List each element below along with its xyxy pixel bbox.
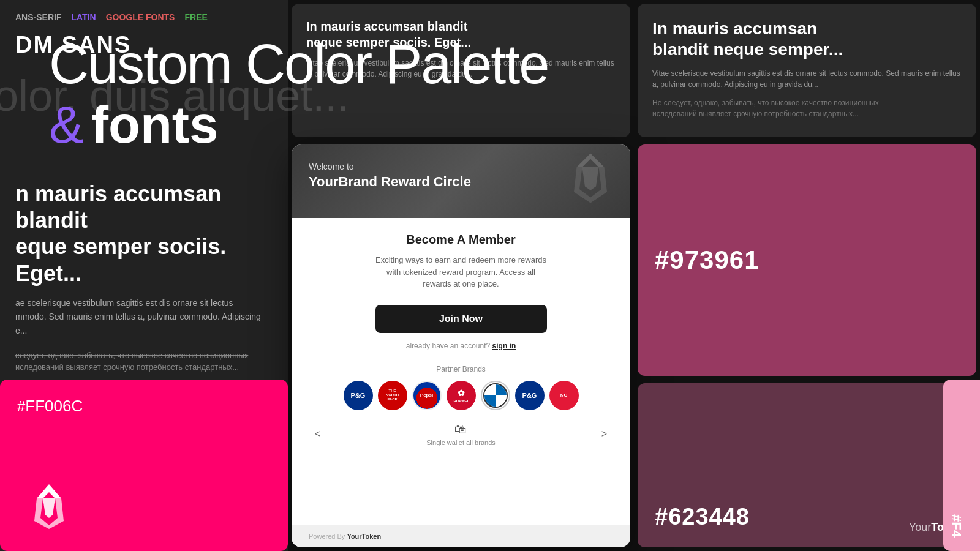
partner-tnf: THENORTHFACE <box>378 381 407 410</box>
font-body: ae scelerisque vestibulum sagittis est d… <box>15 296 273 337</box>
wallet-icon: 🛍 <box>454 422 467 437</box>
tag-google: GOOGLE FONTS <box>106 12 175 22</box>
font-heading: n mauris accumsan blanditeque semper soc… <box>15 181 273 287</box>
partner-pepsi: Pepsi <box>412 381 442 410</box>
color-card-1: #973961 <box>638 144 976 376</box>
svg-marker-5 <box>43 498 55 518</box>
top-right-title: In mauris accumsanblandit neque semper..… <box>652 18 962 59</box>
ampersand: & <box>49 95 84 155</box>
partner-label: Partner Brands <box>436 365 486 373</box>
fonts-label: fonts <box>91 95 219 155</box>
reward-logo <box>563 151 618 208</box>
join-now-button[interactable]: Join Now <box>375 305 547 333</box>
wallet-next-arrow[interactable]: > <box>601 429 607 440</box>
svg-marker-0 <box>577 154 605 168</box>
top-right-strikethrough: Не следует, однако, забывать, что высоко… <box>652 97 962 119</box>
top-right-card: In mauris accumsanblandit neque semper..… <box>638 4 976 137</box>
font-strikethrough: следует, однако, забывать, что высокое к… <box>15 350 273 373</box>
reward-description: Exciting ways to earn and redeem more re… <box>375 254 547 290</box>
reward-body: Become A Member Exciting ways to earn an… <box>292 218 630 525</box>
partner-pg2: P&G <box>515 381 545 410</box>
powered-by: Powered By YourToken <box>292 525 630 547</box>
color-card-2: #623448 YourToken <box>638 383 976 547</box>
top-right-body: Vitae scelerisque vestibulum sagittis es… <box>652 68 962 90</box>
svg-marker-2 <box>582 167 599 190</box>
tag-latin: LATIN <box>71 12 96 22</box>
reward-card: Welcome to YourBrand Reward Circle Becom… <box>292 144 630 547</box>
partial-hex-text: #F4 <box>948 514 964 538</box>
tag-free: FREE <box>184 12 207 22</box>
wallet-center: 🛍 Single wallet all brands <box>426 422 496 446</box>
sign-in-link[interactable]: sign in <box>492 342 516 350</box>
huawei-logo-inner: ✿ HUAWEI <box>454 388 469 403</box>
diamond-logo <box>24 481 74 533</box>
bg-title: Custom Color Palette <box>49 37 548 92</box>
wallet-label: Single wallet all brands <box>426 439 496 446</box>
bg-subtitle: & fonts <box>49 95 218 155</box>
partner-logos: P&G THENORTHFACE Pepsi ✿ HUAWEI <box>344 381 579 410</box>
partner-pg: P&G <box>344 381 373 410</box>
tag-sans: ANS-SERIF <box>15 12 61 22</box>
wallet-nav: < 🛍 Single wallet all brands > <box>309 422 613 446</box>
pink-hex: #FF006C <box>17 397 271 425</box>
partner-huawei: ✿ HUAWEI <box>447 381 476 410</box>
color-hex-2: #623448 <box>655 504 750 530</box>
reward-header: Welcome to YourBrand Reward Circle <box>292 144 630 218</box>
partner-nc: NC <box>549 381 579 410</box>
pink-card: #FF006C <box>0 380 288 551</box>
font-tags: ANS-SERIF LATIN GOOGLE FONTS FREE <box>15 12 273 22</box>
wallet-prev-arrow[interactable]: < <box>315 429 320 440</box>
partner-bmw <box>481 381 510 410</box>
svg-marker-3 <box>37 484 61 498</box>
color-hex-1: #973961 <box>655 246 760 275</box>
partial-card-right: #F4 <box>943 380 980 551</box>
reward-section-title: Become A Member <box>406 233 516 247</box>
sign-in-text: already have an account? sign in <box>406 342 516 350</box>
page-container: Custom Color Palette & fonts ANS-SERIF L… <box>0 0 980 551</box>
